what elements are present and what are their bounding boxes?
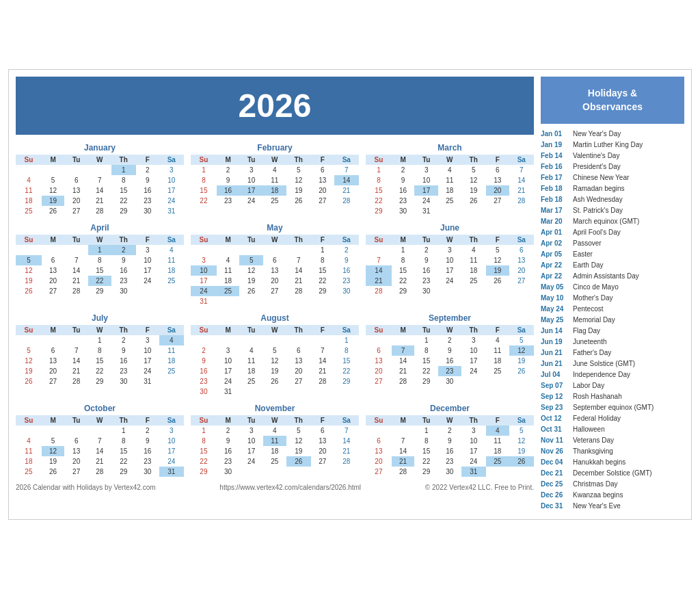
calendar-day: 25 [16, 467, 42, 477]
calendar-day: 4 [438, 165, 461, 175]
calendar-day: 30 [217, 467, 240, 477]
calendar-day: 13 [42, 356, 65, 366]
calendar-day: 25 [486, 456, 509, 467]
calendar-day: 2 [414, 245, 438, 255]
day-header-f: F [136, 325, 159, 335]
calendar-day: 9 [414, 255, 438, 265]
calendar-day: 11 [16, 185, 42, 196]
calendar-day: 15 [88, 265, 111, 276]
calendar-day: 10 [461, 345, 486, 356]
day-header-f: F [136, 235, 159, 245]
calendar-day [88, 165, 111, 175]
calendar-day: 30 [392, 206, 415, 216]
calendar-day [509, 467, 534, 477]
calendar-day: 28 [64, 286, 88, 296]
calendar-day: 23 [136, 456, 159, 467]
calendar-day: 4 [239, 345, 263, 356]
calendar-day: 22 [88, 366, 111, 376]
calendar-day: 10 [159, 175, 184, 185]
holiday-date: Dec 25 [541, 480, 569, 488]
calendar-day: 16 [217, 446, 240, 456]
day-header-tu: Tu [64, 415, 88, 426]
holiday-name: Father's Day [573, 348, 611, 357]
calendar-day: 1 [414, 335, 438, 345]
calendar-day: 12 [461, 175, 486, 185]
calendar-day: 23 [414, 276, 438, 286]
holiday-name: Martin Luther King Day [573, 140, 643, 149]
holiday-name: December Solstice (GMT) [573, 469, 652, 477]
month-title-november: November [191, 404, 359, 413]
day-header-sa: Sa [509, 325, 534, 335]
calendar-day: 15 [311, 265, 334, 276]
day-header-m: M [42, 235, 65, 245]
calendar-day: 16 [438, 446, 461, 456]
calendar-day: 13 [311, 436, 334, 446]
calendar-day: 20 [42, 366, 65, 376]
day-header-tu: Tu [414, 415, 438, 426]
calendar-day: 7 [392, 436, 415, 446]
calendar-day: 19 [42, 456, 65, 467]
calendar-day: 18 [461, 265, 486, 276]
calendar-day: 19 [461, 185, 486, 196]
calendar-day: 10 [191, 265, 217, 276]
day-header-tu: Tu [414, 325, 438, 335]
calendar-day: 21 [286, 276, 311, 286]
day-header-sa: Sa [334, 235, 359, 245]
month-title-january: January [16, 143, 184, 153]
holiday-item: Mar 20March equinox (GMT) [541, 217, 684, 226]
calendar-day: 21 [509, 185, 534, 196]
holiday-item: May 05Cinco de Mayo [541, 283, 684, 291]
calendar-day [263, 296, 286, 306]
calendar-day: 11 [263, 436, 286, 446]
calendar-day: 19 [509, 356, 534, 366]
calendar-day: 25 [438, 196, 461, 206]
calendar-day [16, 245, 42, 255]
calendar-day: 3 [239, 165, 263, 175]
holiday-date: Mar 20 [541, 217, 569, 226]
calendar-day: 8 [111, 436, 136, 446]
calendar-day: 30 [136, 206, 159, 216]
calendar-day: 26 [486, 276, 509, 286]
calendar-day: 19 [486, 265, 509, 276]
calendar-day: 5 [461, 165, 486, 175]
calendar-day: 27 [311, 196, 334, 206]
calendar-day: 9 [217, 175, 240, 185]
holiday-item: Mar 17St. Patrick's Day [541, 206, 684, 215]
holiday-name: New Year's Day [573, 129, 621, 138]
calendar-day: 24 [239, 456, 263, 467]
holiday-item: Jun 19Juneteenth [541, 337, 684, 346]
calendar-day [286, 387, 311, 397]
holiday-date: Apr 22 [541, 272, 569, 280]
day-header-su: Su [16, 155, 42, 165]
calendar-day [239, 296, 263, 306]
calendar-day: 4 [16, 175, 42, 185]
holiday-item: Jun 21Father's Day [541, 348, 684, 357]
calendar-day [392, 335, 415, 345]
day-header-th: Th [286, 235, 311, 245]
calendar-day: 30 [191, 387, 217, 397]
calendar-day: 8 [414, 436, 438, 446]
calendar-day: 17 [191, 276, 217, 286]
calendar-day: 11 [159, 255, 184, 265]
holiday-name: June Solstice (GMT) [573, 359, 635, 368]
calendar-day: 1 [111, 426, 136, 436]
calendar-day [88, 426, 111, 436]
holiday-item: Jan 01New Year's Day [541, 129, 684, 138]
day-header-m: M [217, 155, 240, 165]
calendar-day: 2 [111, 335, 136, 345]
holiday-name: March equinox (GMT) [573, 217, 639, 226]
calendar-day: 7 [509, 165, 534, 175]
holiday-item: May 24Pentecost [541, 304, 684, 313]
calendar-day: 3 [136, 335, 159, 345]
day-header-su: Su [191, 155, 217, 165]
holidays-list: Jan 01New Year's DayJan 19Martin Luther … [541, 129, 684, 510]
day-header-m: M [392, 325, 415, 335]
holiday-date: Sep 12 [541, 392, 569, 401]
day-header-f: F [486, 415, 509, 426]
day-header-sa: Sa [509, 235, 534, 245]
calendar-day: 5 [286, 426, 311, 436]
day-header-th: Th [111, 155, 136, 165]
calendar-day: 9 [438, 345, 461, 356]
calendar-day: 24 [414, 196, 438, 206]
day-header-th: Th [111, 325, 136, 335]
